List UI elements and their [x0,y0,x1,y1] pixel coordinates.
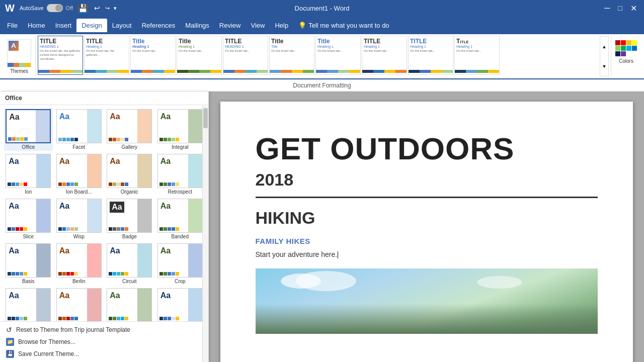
save-button[interactable]: 💾 [76,4,90,13]
document-body: Start your adventure here. [256,250,598,258]
minimize-button[interactable]: ─ [601,4,613,13]
themes-scroll-area[interactable]: Aa Office Aa [0,105,208,321]
redo-button[interactable]: ↪ [104,5,111,12]
autosave-label: AutoSave [20,5,44,11]
reset-theme-item[interactable]: ↺ Reset to Theme from Trip journal Templ… [5,324,203,336]
theme-name-slice: Slice [23,234,34,239]
theme-item-organic[interactable]: Aa Organic [105,153,154,196]
document-formatting-bar: Document Formatting [0,79,644,92]
panel-scrollbar[interactable] [202,106,208,362]
theme-item-slice[interactable]: Aa Slice [4,198,53,240]
themes-gallery: TITLE HEADING 1 On the Insert tab, the g… [38,36,598,77]
browse-label: Browse for Themes... [18,338,75,345]
document-section-title: HIKING [256,208,598,228]
theme-thumb-3[interactable]: Title Heading 1 On the Insert tab... [130,36,176,75]
themes-dropdown: Office Aa [0,92,209,362]
autosave-state: Off [66,5,73,11]
theme-name-wisp: Wisp [73,234,85,239]
theme-item-wisp[interactable]: Aa Wisp [55,198,104,240]
document-main-title: GET OUTDOORS [256,132,598,166]
theme-name-gallery: Gallery [121,144,137,150]
theme-name-office: Office [22,144,35,150]
theme-thumb-5[interactable]: TITLE HEADING 1 On the Insert tab... [223,36,268,75]
browse-icon: 📁 [6,338,14,346]
theme-thumb-7[interactable]: Title Heading 1 On the Insert tab... [315,36,361,75]
theme-name-facet: Facet [72,144,85,150]
theme-thumb-10[interactable]: Title Heading 1 On the Insert tab... [454,36,500,75]
search-button[interactable]: 💡 Tell me what you want to do [293,19,394,32]
panel-scroll-thumb[interactable] [203,108,208,128]
menu-item-help[interactable]: Help [270,19,293,32]
theme-item-ion[interactable]: Aa Ion [4,153,53,196]
theme-item-office[interactable]: Aa Office [4,108,53,151]
theme-item-banded[interactable]: Aa Banded [156,198,205,240]
menu-item-file[interactable]: File [2,19,23,32]
theme-thumb-8[interactable]: TITLE Heading 1 On the Insert tab... [362,36,407,75]
menu-bar: File Home Insert Design Layout Reference… [0,16,644,34]
menu-item-layout[interactable]: Layout [107,19,137,32]
autosave-toggle[interactable] [47,4,63,12]
save-theme-item[interactable]: 💾 Save Current Theme... [5,348,203,360]
menu-item-mailings[interactable]: Mailings [180,19,214,32]
maximize-button[interactable]: □ [615,4,625,13]
reset-label: Reset to Theme from Trip journal Templat… [16,326,130,333]
document-year: 2018 [256,170,598,190]
colors-button[interactable]: Colors [611,36,641,76]
theme-item-berlin[interactable]: Aa Berlin [55,242,104,285]
theme-item-badge[interactable]: Aa Badge [105,198,154,240]
theme-item-retrospect[interactable]: Aa Retrospect [156,153,205,196]
document-page: GET OUTDOORS 2018 HIKING FAMILY HIKES St… [220,102,633,362]
menu-item-insert[interactable]: Insert [50,19,77,32]
colors-label: Colors [619,58,633,64]
theme-name-badge: Badge [122,234,137,239]
theme-name-banded: Banded [172,234,189,239]
dropdown-header: Office [0,92,208,105]
theme-item-droplet[interactable]: Aa Droplet [105,287,154,321]
theme-thumb-9[interactable]: TITLE Heading 1 On the Insert tab... [408,36,453,75]
document-area[interactable]: GET OUTDOORS 2018 HIKING FAMILY HIKES St… [209,92,644,362]
body-text: Start your adventure here. [256,250,338,258]
title-bar: W AutoSave Off 💾 ↩ ↪ ▾ Document1 - Word … [0,0,644,16]
menu-item-view[interactable]: View [246,19,270,32]
theme-item-ion-board[interactable]: Aa Ion Board... [55,153,104,196]
theme-thumb-1[interactable]: TITLE HEADING 1 On the Insert tab, the g… [38,36,83,75]
undo-button[interactable]: ↩ [93,4,101,12]
theme-name-circuit: Circuit [122,279,136,284]
document-subsection: FAMILY HIKES [256,237,598,245]
theme-item-dividend[interactable]: Aa Dividend [55,287,104,321]
search-label: Tell me what you want to do [308,22,389,29]
main-layout: Office Aa [0,92,644,362]
menu-item-home[interactable]: Home [23,19,50,32]
theme-item-crop[interactable]: Aa Crop [156,242,205,285]
dropdown-footer: ↺ Reset to Theme from Trip journal Templ… [0,321,208,362]
menu-item-design[interactable]: Design [76,19,107,32]
window-controls: ─ □ ✕ [601,4,640,13]
reset-icon: ↺ [6,326,12,334]
theme-name-ion: Ion [25,189,32,195]
theme-item-circuit[interactable]: Aa Circuit [105,242,154,285]
theme-item-gallery[interactable]: Aa Gallery [105,108,154,151]
close-button[interactable]: ✕ [627,4,640,13]
gallery-scroll[interactable]: ▲ ▼ [600,36,609,76]
theme-item-damask[interactable]: Aa Damask [4,287,53,321]
theme-item-facet[interactable]: Aa Facet [55,108,104,151]
theme-item-basis[interactable]: Aa Basis [4,242,53,285]
menu-item-references[interactable]: References [137,19,180,32]
quick-access-toolbar: W AutoSave Off 💾 ↩ ↪ ▾ [5,3,117,14]
themes-button[interactable]: A Themes [3,36,36,76]
theme-thumb-2[interactable]: TITLE Heading 1 On the Insert tab, the g… [84,36,129,75]
scroll-down-icon: ▼ [602,64,607,69]
document-divider [256,197,598,198]
browse-themes-item[interactable]: 📁 Browse for Themes... [5,336,203,348]
scroll-up-icon: ▲ [602,44,607,49]
theme-name-retrospect: Retrospect [168,189,192,195]
customize-quick-access[interactable]: ▾ [114,5,117,12]
menu-item-review[interactable]: Review [214,19,246,32]
document-formatting-label: Document Formatting [293,82,351,89]
ribbon: A Themes TITLE HEADING 1 On the Insert t… [0,34,644,79]
theme-thumb-4[interactable]: Title Heading 1 On the Insert tab... [177,36,222,75]
theme-item-integral[interactable]: Aa Integral [156,108,205,151]
theme-thumb-6[interactable]: Title Title On the Insert tab... [269,36,314,75]
theme-item-feathered[interactable]: Aa Feathered [156,287,205,321]
theme-name-crop: Crop [175,279,186,284]
